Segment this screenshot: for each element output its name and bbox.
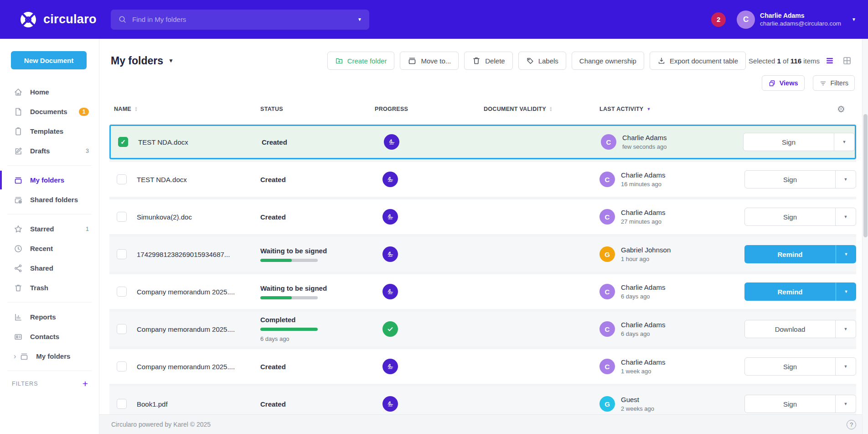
list-view-icon[interactable] (825, 56, 834, 65)
export-document-table-button[interactable]: Export document table (650, 52, 746, 70)
document-name[interactable]: 17429981238269015934687... (137, 251, 260, 258)
search-scope-caret-icon[interactable]: ▼ (357, 17, 362, 22)
signature-progress-icon (382, 209, 398, 225)
grid-view-icon[interactable] (842, 56, 852, 65)
action-dropdown-button[interactable]: ▼ (835, 395, 856, 413)
column-header-name[interactable]: NAME▲▼ (114, 106, 260, 112)
table-row[interactable]: TEST NDA.docx Created C Charlie Adams 16… (109, 162, 856, 197)
notifications-badge[interactable]: 2 (711, 12, 726, 27)
column-header-status[interactable]: STATUS (260, 106, 375, 112)
search-input[interactable]: Find in My folders ▼ (111, 10, 369, 30)
contact-icon (14, 332, 23, 341)
user-menu-caret-icon: ▼ (852, 17, 856, 22)
page-title[interactable]: My folders ▼ (111, 55, 174, 67)
document-name[interactable]: Company memorandum 2025.... (137, 325, 260, 333)
sign-button[interactable]: Sign (745, 395, 835, 413)
sort-icons[interactable]: ▲▼ (134, 106, 138, 112)
sidebar-item-templates[interactable]: Templates (0, 121, 99, 141)
sidebar-item-label: Shared folders (30, 196, 78, 204)
sidebar-item-recent[interactable]: Recent (0, 239, 99, 258)
row-checkbox[interactable] (117, 212, 127, 222)
status-cell: Created (260, 400, 375, 408)
document-name[interactable]: Book1.pdf (137, 400, 260, 408)
table-row[interactable]: Company memorandum 2025.... Created C Ch… (109, 349, 856, 384)
row-checkbox[interactable] (117, 249, 127, 259)
sort-desc-icon[interactable]: ▼ (647, 107, 651, 111)
column-header-last-activity[interactable]: LAST ACTIVITY▼ (599, 106, 837, 112)
row-checkbox[interactable] (117, 174, 127, 184)
remind-button[interactable]: Remind (744, 245, 836, 263)
scrollbar[interactable] (862, 39, 868, 434)
progress-cell (375, 246, 484, 262)
sidebar-item-contacts[interactable]: Contacts (0, 327, 99, 346)
download-button[interactable]: Download (745, 320, 835, 338)
sign-button[interactable]: Sign (745, 171, 835, 188)
document-name[interactable]: TEST NDA.docx (138, 138, 262, 146)
sidebar-item-home[interactable]: Home (0, 82, 99, 102)
views-button[interactable]: Views (762, 75, 805, 91)
column-header-document-validity[interactable]: DOCUMENT VALIDITY▲▼ (484, 106, 599, 112)
sidebar-item-my-folders-tree[interactable]: ›My folders (0, 346, 99, 366)
action-dropdown-button[interactable]: ▼ (835, 320, 856, 338)
sidebar-divider (7, 165, 92, 166)
labels-button[interactable]: Labels (518, 52, 566, 70)
scrollbar-thumb[interactable] (863, 114, 868, 237)
table-row[interactable]: Company memorandum 2025.... Completed 6 … (109, 312, 856, 346)
document-name[interactable]: Company memorandum 2025.... (137, 288, 260, 296)
button-label: Change ownership (579, 57, 636, 65)
new-document-button[interactable]: New Document (11, 51, 87, 69)
status-label: Created (260, 363, 375, 371)
actor-avatar: C (599, 172, 615, 187)
create-folder-button[interactable]: Create folder (327, 52, 395, 70)
row-checkbox[interactable] (117, 361, 127, 371)
document-name[interactable]: Company memorandum 2025.... (137, 363, 260, 371)
table-row[interactable]: Simunkova(2).doc Created C Charlie Adams… (109, 199, 856, 234)
help-icon[interactable]: ? (847, 420, 856, 429)
action-dropdown-button[interactable]: ▼ (836, 282, 856, 301)
sidebar-item-reports[interactable]: Reports (0, 307, 99, 327)
selection-summary: Selected 1 of 116 items (749, 57, 820, 65)
user-menu[interactable]: C Charlie Adams charlie.adams@circularo.… (737, 10, 856, 29)
sidebar-item-label: Home (30, 88, 49, 96)
document-name[interactable]: TEST NDA.docx (137, 176, 260, 183)
document-name[interactable]: Simunkova(2).doc (137, 213, 260, 221)
expand-chevron-icon[interactable]: › (14, 353, 16, 360)
action-dropdown-button[interactable]: ▼ (835, 171, 856, 188)
column-header-progress[interactable]: PROGRESS (375, 106, 484, 112)
table-row[interactable]: Company memorandum 2025.... Waiting to b… (109, 274, 856, 309)
action-dropdown-button[interactable]: ▼ (835, 208, 856, 225)
action-dropdown-button[interactable]: ▼ (835, 358, 856, 375)
change-ownership-button[interactable]: Change ownership (572, 52, 644, 70)
sidebar-item-documents[interactable]: Documents1 (0, 102, 99, 121)
actor-name: Charlie Adams (621, 208, 666, 217)
row-checkbox[interactable]: ✓ (118, 137, 128, 147)
user-email: charlie.adams@circularo.com (760, 20, 841, 27)
row-checkbox[interactable] (117, 399, 127, 409)
row-checkbox[interactable] (117, 287, 127, 297)
status-cell: Waiting to be signed (260, 284, 375, 299)
sign-button[interactable]: Sign (744, 133, 834, 151)
action-dropdown-button[interactable]: ▼ (836, 245, 856, 263)
status-label: Waiting to be signed (260, 284, 375, 292)
move-to-button[interactable]: Move to... (400, 52, 459, 70)
sidebar-item-starred[interactable]: Starred1 (0, 219, 99, 239)
table-settings-gear-icon[interactable]: ⚙ (837, 105, 845, 114)
sidebar-item-my-folders[interactable]: My folders (0, 170, 99, 190)
sidebar-item-shared-folders[interactable]: Shared folders (0, 190, 99, 209)
action-dropdown-button[interactable]: ▼ (834, 133, 854, 151)
table-row[interactable]: 17429981238269015934687... Waiting to be… (109, 237, 856, 272)
add-filter-icon[interactable]: + (83, 378, 88, 389)
app-logo[interactable]: circularo (19, 10, 99, 29)
sign-button[interactable]: Sign (745, 358, 835, 375)
delete-button[interactable]: Delete (464, 52, 512, 70)
filters-button[interactable]: Filters (813, 75, 855, 91)
sign-button[interactable]: Sign (745, 208, 835, 225)
filters-section-label: FILTERS (12, 381, 38, 387)
sort-icons[interactable]: ▲▼ (549, 106, 553, 112)
row-checkbox[interactable] (117, 324, 127, 334)
sidebar-item-trash[interactable]: Trash (0, 278, 99, 298)
sidebar-item-drafts[interactable]: Drafts3 (0, 141, 99, 161)
sidebar-item-shared[interactable]: Shared (0, 258, 99, 278)
table-row[interactable]: ✓ TEST NDA.docx Created C Charlie Adams … (109, 125, 856, 159)
remind-button[interactable]: Remind (744, 282, 836, 301)
